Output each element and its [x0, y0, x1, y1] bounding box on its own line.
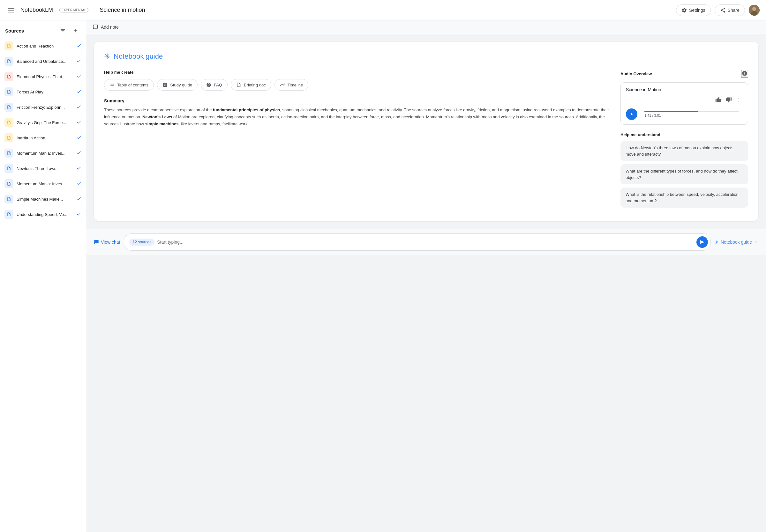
source-icon: [4, 87, 13, 96]
source-icon: [4, 133, 13, 142]
hamburger-menu-icon[interactable]: [6, 7, 15, 14]
source-item[interactable]: Momentum Mania: Inves...: [0, 176, 86, 191]
progress-bar-background: [644, 111, 739, 112]
notebook-guide-bottom-label: Notebook guide: [721, 240, 752, 245]
share-label: Share: [728, 8, 740, 13]
notebook-guide-star-icon: ✳: [715, 239, 719, 245]
source-check: [76, 196, 81, 202]
guide-left: Help me create Table of contents Study g…: [104, 70, 610, 211]
help-create-label: Help me create: [104, 70, 610, 75]
source-item[interactable]: Balanced and Unbalance...: [0, 54, 86, 69]
source-check: [76, 211, 81, 218]
faq-icon: [206, 82, 211, 87]
app-title: NotebookLM: [20, 7, 53, 13]
sidebar-actions: [58, 26, 81, 36]
play-icon: [629, 112, 634, 116]
source-label: Gravity's Grip: The Force...: [17, 120, 74, 125]
source-item[interactable]: Momentum Mania: Inves...: [0, 145, 86, 161]
source-icon: [4, 57, 13, 66]
source-item[interactable]: Gravity's Grip: The Force...: [0, 115, 86, 130]
guide-header: ✳ Notebook guide: [104, 52, 748, 61]
view-chat-button[interactable]: View chat: [94, 240, 120, 245]
table-of-contents-button[interactable]: Table of contents: [104, 79, 154, 91]
source-label: Momentum Mania: Inves...: [17, 181, 74, 186]
understand-chips: How do Newton's three laws of motion exp…: [621, 141, 748, 208]
add-source-button[interactable]: [71, 26, 81, 36]
source-check: [76, 150, 81, 156]
gear-icon: [681, 7, 687, 13]
chat-input[interactable]: [157, 240, 694, 245]
view-chat-label: View chat: [101, 240, 120, 245]
send-icon: [700, 240, 705, 245]
source-item[interactable]: Inertia In Action...: [0, 130, 86, 145]
source-icon: [4, 41, 13, 50]
help-me-understand-section: Help me understand How do Newton's three…: [621, 132, 748, 208]
avatar-image: [749, 5, 760, 16]
avatar[interactable]: [749, 5, 760, 16]
timeline-icon: [280, 82, 285, 87]
add-icon: [73, 28, 78, 33]
sources-badge[interactable]: 12 sources: [129, 239, 154, 246]
guide-right: Audio Overview Science in Motion: [621, 70, 748, 211]
study-guide-button[interactable]: Study guide: [157, 79, 197, 91]
source-item[interactable]: Understanding Speed, Ve...: [0, 207, 86, 222]
notebook-guide-bottom-button[interactable]: ✳ Notebook guide: [715, 239, 758, 245]
bottom-bar: View chat 12 sources ✳ Notebook guide: [86, 229, 766, 255]
source-check: [76, 104, 81, 110]
audio-dislike-button[interactable]: [724, 95, 733, 106]
audio-player-title: Science in Motion: [626, 87, 743, 92]
source-item[interactable]: Newton's Three Laws...: [0, 161, 86, 176]
source-item[interactable]: Forces At Play: [0, 84, 86, 100]
understand-chip[interactable]: How do Newton's three laws of motion exp…: [621, 141, 748, 161]
source-check: [76, 74, 81, 80]
understand-chip[interactable]: What are the different types of forces, …: [621, 164, 748, 184]
source-check: [76, 89, 81, 95]
faq-button[interactable]: FAQ: [201, 79, 227, 91]
timeline-button[interactable]: Timeline: [274, 79, 308, 91]
source-item[interactable]: Elemental Physics, Third...: [0, 69, 86, 84]
source-item[interactable]: Simple Machines Make...: [0, 191, 86, 207]
briefing-doc-button[interactable]: Briefing doc: [231, 79, 271, 91]
source-check: [76, 181, 81, 187]
send-button[interactable]: [696, 236, 708, 248]
guide-body: Help me create Table of contents Study g…: [104, 70, 748, 211]
source-label: Simple Machines Make...: [17, 197, 74, 202]
summary-text: These sources provide a comprehensive ex…: [104, 107, 610, 128]
settings-button[interactable]: Settings: [676, 4, 711, 16]
source-icon: [4, 72, 13, 81]
audio-actions: ⋮: [714, 95, 743, 106]
source-icon: [4, 179, 13, 188]
timeline-label: Timeline: [287, 83, 303, 87]
progress-bar-fill: [644, 111, 698, 112]
share-button[interactable]: Share: [715, 4, 745, 16]
page-title: Science in motion: [100, 7, 145, 13]
audio-play-button[interactable]: [626, 108, 637, 120]
filter-button[interactable]: [58, 26, 68, 36]
notebook-guide-card: ✳ Notebook guide Help me create Table of…: [94, 42, 758, 221]
audio-overview: Audio Overview Science in Motion: [621, 70, 748, 125]
filter-icon: [60, 28, 66, 33]
toc-button-label: Table of contents: [117, 83, 148, 87]
audio-like-button[interactable]: [714, 95, 723, 106]
svg-point-1: [752, 7, 756, 11]
source-icon: [4, 164, 13, 173]
audio-more-button[interactable]: ⋮: [734, 96, 743, 106]
source-item[interactable]: Action and Reaction: [0, 38, 86, 54]
help-understand-title: Help me understand: [621, 132, 748, 137]
audio-progress-area[interactable]: 1:41 / 3:01: [644, 111, 739, 117]
source-icon: [4, 210, 13, 219]
add-note-button[interactable]: Add note: [93, 24, 119, 30]
audio-info-button[interactable]: [741, 70, 748, 78]
source-label: Action and Reaction: [17, 44, 74, 48]
main-layout: Sources Action and Reaction: [0, 20, 766, 532]
source-label: Understanding Speed, Ve...: [17, 212, 74, 217]
toc-icon: [109, 82, 115, 87]
sources-list: Action and Reaction Balanced and Unbalan…: [0, 38, 86, 222]
audio-header: Audio Overview: [621, 70, 748, 78]
share-icon: [720, 7, 726, 13]
understand-chip[interactable]: What is the relationship between speed, …: [621, 188, 748, 208]
experimental-badge: EXPERIMENTAL: [59, 8, 88, 12]
audio-overview-title: Audio Overview: [621, 71, 652, 76]
source-item[interactable]: Friction Frenzy: Explorin...: [0, 100, 86, 115]
thumbs-down-icon: [725, 97, 732, 103]
